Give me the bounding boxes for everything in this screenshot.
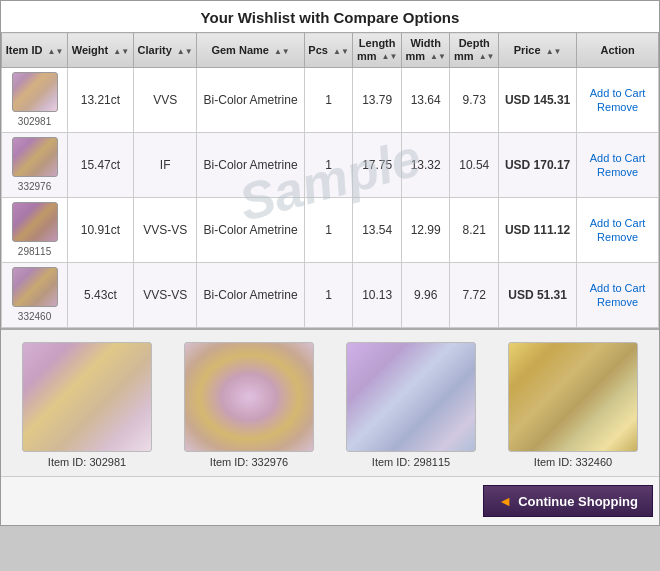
cell-item-id-332976: 332976: [2, 133, 68, 198]
gem-thumbnail: [12, 137, 58, 177]
cell-pcs: 1: [304, 133, 353, 198]
col-depth[interactable]: Depthmm ▲▼: [450, 33, 499, 68]
cell-action: Add to Cart Remove: [577, 133, 659, 198]
add-to-cart-link[interactable]: Add to Cart: [582, 152, 653, 164]
wishlist-table-container: Sample Item ID ▲▼ Weight ▲▼ Clarity ▲▼ G…: [1, 32, 659, 328]
compare-thumbnail: [346, 342, 476, 452]
cell-length: 13.54: [353, 198, 402, 263]
item-id-label: 332460: [18, 311, 51, 322]
item-id-label: 332976: [18, 181, 51, 192]
cell-length: 13.79: [353, 68, 402, 133]
gem-thumbnail: [12, 267, 58, 307]
cell-length: 17.75: [353, 133, 402, 198]
table-row: 302981 13.21ct VVS Bi-Color Ametrine 1 1…: [2, 68, 659, 133]
compare-item-label: Item ID: 302981: [9, 456, 165, 468]
compare-item: Item ID: 302981: [9, 342, 165, 468]
cell-depth: 9.73: [450, 68, 499, 133]
sort-arrows-depth: ▲▼: [479, 52, 495, 62]
sort-arrows-item-id: ▲▼: [47, 47, 63, 56]
col-item-id[interactable]: Item ID ▲▼: [2, 33, 68, 68]
cell-width: 13.64: [401, 68, 450, 133]
compare-item-label: Item ID: 298115: [333, 456, 489, 468]
remove-link[interactable]: Remove: [582, 166, 653, 178]
cell-clarity: VVS-VS: [133, 198, 197, 263]
table-row: 332460 5.43ct VVS-VS Bi-Color Ametrine 1…: [2, 263, 659, 328]
sort-arrows-price: ▲▼: [546, 47, 562, 56]
continue-shopping-button[interactable]: ◄ Continue Shopping: [483, 485, 653, 517]
cell-gem-name: Bi-Color Ametrine: [197, 198, 304, 263]
compare-item: Item ID: 332976: [171, 342, 327, 468]
cell-action: Add to Cart Remove: [577, 263, 659, 328]
cell-weight: 5.43ct: [68, 263, 134, 328]
cell-action: Add to Cart Remove: [577, 68, 659, 133]
cell-clarity: VVS-VS: [133, 263, 197, 328]
cell-price: USD 111.12: [499, 198, 577, 263]
col-gem-name[interactable]: Gem Name ▲▼: [197, 33, 304, 68]
cell-depth: 10.54: [450, 133, 499, 198]
item-id-label: 302981: [18, 116, 51, 127]
compare-thumbnail: [184, 342, 314, 452]
footer-bar: ◄ Continue Shopping: [1, 476, 659, 525]
cell-depth: 8.21: [450, 198, 499, 263]
compare-item-label: Item ID: 332460: [495, 456, 651, 468]
col-width[interactable]: Widthmm ▲▼: [401, 33, 450, 68]
col-weight[interactable]: Weight ▲▼: [68, 33, 134, 68]
compare-thumbnail: [508, 342, 638, 452]
cell-weight: 15.47ct: [68, 133, 134, 198]
col-clarity[interactable]: Clarity ▲▼: [133, 33, 197, 68]
cell-depth: 7.72: [450, 263, 499, 328]
add-to-cart-link[interactable]: Add to Cart: [582, 87, 653, 99]
compare-item-label: Item ID: 332976: [171, 456, 327, 468]
add-to-cart-link[interactable]: Add to Cart: [582, 217, 653, 229]
remove-link[interactable]: Remove: [582, 231, 653, 243]
col-action: Action: [577, 33, 659, 68]
compare-items-row: Item ID: 302981 Item ID: 332976 Item ID:…: [9, 342, 651, 468]
cell-gem-name: Bi-Color Ametrine: [197, 133, 304, 198]
cell-gem-name: Bi-Color Ametrine: [197, 263, 304, 328]
cell-item-id-332460: 332460: [2, 263, 68, 328]
table-row: 298115 10.91ct VVS-VS Bi-Color Ametrine …: [2, 198, 659, 263]
continue-arrow-icon: ◄: [498, 493, 512, 509]
item-id-label: 298115: [18, 246, 51, 257]
compare-item: Item ID: 298115: [333, 342, 489, 468]
table-row: 332976 15.47ct IF Bi-Color Ametrine 1 17…: [2, 133, 659, 198]
cell-pcs: 1: [304, 198, 353, 263]
cell-price: USD 145.31: [499, 68, 577, 133]
gem-thumbnail: [12, 202, 58, 242]
cell-clarity: VVS: [133, 68, 197, 133]
cell-clarity: IF: [133, 133, 197, 198]
sort-arrows-gem-name: ▲▼: [274, 47, 290, 56]
page-title: Your Wishlist with Compare Options: [1, 1, 659, 32]
sort-arrows-clarity: ▲▼: [177, 47, 193, 56]
cell-price: USD 51.31: [499, 263, 577, 328]
cell-pcs: 1: [304, 263, 353, 328]
remove-link[interactable]: Remove: [582, 296, 653, 308]
sort-arrows-width: ▲▼: [430, 52, 446, 62]
cell-item-id-298115: 298115: [2, 198, 68, 263]
add-to-cart-link[interactable]: Add to Cart: [582, 282, 653, 294]
cell-gem-name: Bi-Color Ametrine: [197, 68, 304, 133]
col-pcs[interactable]: Pcs ▲▼: [304, 33, 353, 68]
table-header-row: Item ID ▲▼ Weight ▲▼ Clarity ▲▼ Gem Name…: [2, 33, 659, 68]
compare-thumbnail: [22, 342, 152, 452]
cell-item-id-302981: 302981: [2, 68, 68, 133]
cell-width: 13.32: [401, 133, 450, 198]
sort-arrows-pcs: ▲▼: [333, 47, 349, 56]
cell-length: 10.13: [353, 263, 402, 328]
compare-item: Item ID: 332460: [495, 342, 651, 468]
gem-thumbnail: [12, 72, 58, 112]
cell-action: Add to Cart Remove: [577, 198, 659, 263]
cell-weight: 10.91ct: [68, 198, 134, 263]
wishlist-table: Item ID ▲▼ Weight ▲▼ Clarity ▲▼ Gem Name…: [1, 32, 659, 328]
cell-width: 9.96: [401, 263, 450, 328]
col-price[interactable]: Price ▲▼: [499, 33, 577, 68]
compare-section: Item ID: 302981 Item ID: 332976 Item ID:…: [1, 328, 659, 476]
cell-pcs: 1: [304, 68, 353, 133]
continue-shopping-label: Continue Shopping: [518, 494, 638, 509]
cell-weight: 13.21ct: [68, 68, 134, 133]
sort-arrows-weight: ▲▼: [113, 47, 129, 56]
remove-link[interactable]: Remove: [582, 101, 653, 113]
cell-width: 12.99: [401, 198, 450, 263]
col-length[interactable]: Lengthmm ▲▼: [353, 33, 402, 68]
sort-arrows-length: ▲▼: [382, 52, 398, 62]
